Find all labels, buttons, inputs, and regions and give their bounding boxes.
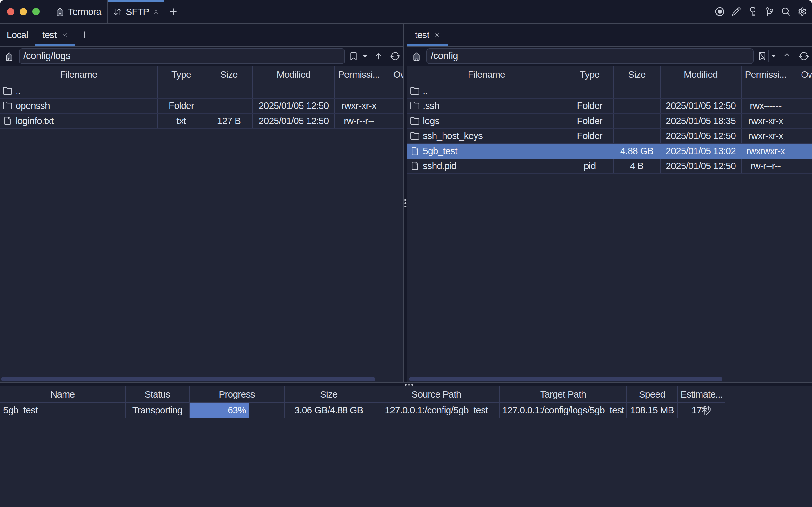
- file-row-sshdpid[interactable]: sshd.pidpid4 B2025/01/05 12:50rw-r--r--: [407, 159, 812, 174]
- left-path-input[interactable]: [19, 48, 345, 64]
- transfers-col-sourcepath[interactable]: Source Path: [373, 386, 500, 402]
- file-owner-cell: [791, 129, 812, 144]
- file-name: logs: [423, 115, 439, 126]
- refresh-icon[interactable]: [799, 51, 809, 61]
- file-owner-cell: [791, 114, 812, 128]
- file-row-loginfotxt[interactable]: loginfo.txttxt127 B2025/01/05 12:50rw-r-…: [0, 114, 403, 129]
- file-icon: [3, 116, 12, 125]
- right-header-col-filename[interactable]: Filename: [407, 66, 566, 83]
- tab-sftp-label: SFTP: [126, 6, 149, 17]
- right-horizontal-scrollbar[interactable]: [409, 377, 722, 381]
- file-row-[interactable]: ..: [0, 83, 403, 99]
- folder-icon: [411, 131, 419, 140]
- left-header-col-permissi[interactable]: Permissi...: [335, 66, 383, 83]
- home-button[interactable]: [5, 52, 13, 61]
- left-header-col-type[interactable]: Type: [158, 66, 205, 83]
- file-name-cell: .ssh: [407, 99, 566, 113]
- transfers-col-targetpath[interactable]: Target Path: [500, 386, 627, 402]
- right-header-col-type[interactable]: Type: [566, 66, 613, 83]
- left-header-col-size[interactable]: Size: [205, 66, 253, 83]
- left-header-col-modified[interactable]: Modified: [253, 66, 335, 83]
- transfer-status-cell: Transporting: [126, 403, 190, 418]
- right-path-input[interactable]: [426, 48, 754, 64]
- new-tab-button[interactable]: [169, 7, 178, 16]
- transfer-speed-cell: 108.15 MB: [627, 403, 678, 418]
- bookmark-slash-icon[interactable]: [759, 52, 766, 61]
- right-header-col-ow[interactable]: Ow: [791, 66, 812, 83]
- left-header-col-filename[interactable]: Filename: [0, 66, 158, 83]
- remote-file-panel: test FilenameTypeSizeModifiedPermissi...…: [407, 24, 812, 382]
- left-horizontal-scrollbar[interactable]: [1, 377, 375, 381]
- gear-icon[interactable]: [798, 7, 807, 16]
- left-header-col-ow[interactable]: Ow: [383, 66, 403, 83]
- home-button[interactable]: [413, 52, 420, 61]
- file-row-sshhostkeys[interactable]: ssh_host_keysFolder2025/01/05 12:50rwxr-…: [407, 129, 812, 144]
- transfers-header: NameStatusProgressSizeSource PathTarget …: [0, 386, 725, 403]
- transfers-col-size[interactable]: Size: [285, 386, 373, 402]
- file-name-cell: openssh: [0, 99, 158, 113]
- file-row-[interactable]: ..: [407, 83, 812, 99]
- file-type-cell: [566, 144, 613, 158]
- key-icon[interactable]: [748, 7, 757, 16]
- transfers-col-progress[interactable]: Progress: [190, 386, 285, 402]
- file-row-5gbtest[interactable]: 5gb_test4.88 GB2025/01/05 13:02rwxrwxr-x: [407, 144, 812, 159]
- file-row-logs[interactable]: logsFolder2025/01/05 18:35rwxr-xr-x: [407, 114, 812, 129]
- file-row-openssh[interactable]: opensshFolder2025/01/05 12:50rwxr-xr-x: [0, 99, 403, 114]
- transfers-col-estimate[interactable]: Estimate...: [678, 386, 725, 402]
- transfer-row-5gbtest[interactable]: 5gb_testTransporting63%3.06 GB/4.88 GB12…: [0, 403, 725, 418]
- folder-icon: [3, 86, 12, 95]
- file-name-cell: ssh_host_keys: [407, 129, 566, 144]
- file-row-ssh[interactable]: .sshFolder2025/01/05 12:50rwx------: [407, 99, 812, 114]
- chevron-down-icon[interactable]: [363, 54, 367, 58]
- file-type-cell: Folder: [158, 99, 205, 113]
- git-branch-icon[interactable]: [765, 7, 774, 16]
- edit-icon[interactable]: [732, 7, 741, 16]
- left-add-tab-button[interactable]: [80, 24, 89, 46]
- chevron-down-icon[interactable]: [771, 54, 776, 58]
- right-pathbar: [407, 47, 812, 66]
- zoom-window-button[interactable]: [33, 8, 40, 15]
- search-icon[interactable]: [781, 7, 791, 16]
- file-permissions-cell: rw-r--r--: [742, 159, 791, 174]
- parent-dir-button[interactable]: [374, 52, 382, 60]
- file-modified-cell: 2025/01/05 12:50: [253, 114, 335, 128]
- right-header-col-modified[interactable]: Modified: [661, 66, 742, 83]
- left-tab-local[interactable]: Local: [0, 24, 35, 46]
- right-header-col-permissi[interactable]: Permissi...: [742, 66, 791, 83]
- file-owner-cell: [791, 83, 812, 98]
- handle-dot: [408, 384, 410, 386]
- toolbar-separator: [768, 50, 769, 62]
- transfers-col-status[interactable]: Status: [126, 386, 190, 402]
- transfers-splitter[interactable]: [0, 383, 812, 386]
- file-type-cell: Folder: [566, 99, 613, 113]
- close-icon[interactable]: [153, 9, 159, 15]
- panel-splitter[interactable]: [403, 24, 407, 382]
- transfers-col-speed[interactable]: Speed: [627, 386, 678, 402]
- file-name: 5gb_test: [423, 146, 457, 156]
- close-icon[interactable]: [434, 32, 440, 38]
- tab-sftp[interactable]: SFTP: [107, 0, 164, 23]
- record-icon[interactable]: [715, 7, 724, 16]
- file-permissions-cell: rwxr-xr-x: [742, 114, 791, 128]
- splitter-handle-icon: [405, 384, 413, 386]
- right-header-col-size[interactable]: Size: [613, 66, 661, 83]
- bookmark-icon[interactable]: [350, 52, 357, 61]
- file-name: ssh_host_keys: [423, 130, 483, 141]
- tab-termora[interactable]: Termora: [56, 6, 101, 17]
- handle-dot: [404, 203, 406, 204]
- file-name: .ssh: [423, 100, 439, 111]
- minimize-window-button[interactable]: [20, 8, 27, 15]
- left-tab-test[interactable]: test: [35, 24, 75, 46]
- tab-termora-label: Termora: [68, 6, 101, 17]
- file-size-cell: [613, 99, 661, 113]
- refresh-icon[interactable]: [390, 51, 400, 61]
- close-window-button[interactable]: [7, 8, 14, 15]
- right-path-toolbar: [759, 50, 809, 62]
- folder-icon: [411, 101, 419, 110]
- transfers-col-name[interactable]: Name: [0, 386, 126, 402]
- right-tab-test[interactable]: test: [407, 24, 448, 46]
- parent-dir-button[interactable]: [783, 52, 791, 60]
- close-icon[interactable]: [62, 32, 68, 38]
- right-add-tab-button[interactable]: [453, 24, 462, 46]
- right-table-header: FilenameTypeSizeModifiedPermissi...Ow: [407, 66, 812, 83]
